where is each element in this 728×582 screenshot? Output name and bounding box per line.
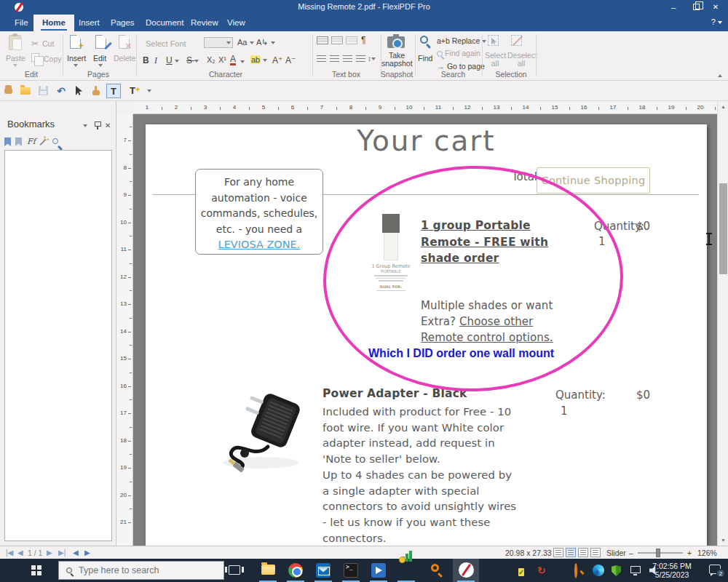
font-color-button[interactable]: A [230,55,236,65]
network-icon[interactable] [630,565,642,576]
help-button[interactable]: ? [711,17,722,26]
close-panel-button[interactable]: ✕ [105,121,111,129]
taskbar-search-app[interactable] [424,559,450,582]
taskbar-mail[interactable] [310,559,336,582]
pin-panel-button[interactable] [94,121,101,129]
vertical-scrollbar[interactable]: ▲ ▼ [717,101,728,546]
printer-icon[interactable] [555,565,567,576]
close-button[interactable]: ✕ [705,0,727,15]
rename-bookmark-button[interactable]: Ff [27,137,36,146]
textbox-fill-icon[interactable] [346,36,357,44]
grow-font-button[interactable]: A⁺ [272,55,282,65]
align-justify-icon[interactable] [356,55,365,63]
zoom-slider-track[interactable] [638,552,683,554]
zoom-slider-handle[interactable] [656,549,660,557]
textbox-frame-icon[interactable] [331,36,343,44]
scrollbar-thumb[interactable] [719,183,727,274]
taskbar-video-app[interactable] [365,559,392,582]
pilcrow-button[interactable]: ¶ [361,35,365,45]
bookmarks-list[interactable] [4,150,112,541]
leviosa-zone-link[interactable]: LEVIOSA ZONE. [218,239,301,250]
single-page-view-button[interactable] [553,548,563,557]
action-center-button[interactable]: 2 [709,565,721,574]
item1-title-link[interactable]: 1 group Portable Remote - FREE with shad… [421,218,561,267]
taskbar-file-explorer[interactable] [255,559,281,582]
continue-shopping-button[interactable]: Continue Shopping [537,167,650,194]
align-left-icon[interactable] [317,55,326,63]
scroll-up-arrow[interactable]: ▲ [718,101,728,112]
pdf-page[interactable]: Your cart Total Continue Shopping For an… [146,124,707,546]
previous-page-button[interactable]: ◀ [17,549,23,557]
tab-file[interactable]: File [6,15,37,31]
ruler-tick [628,107,628,110]
hand-tool-button[interactable] [89,84,103,98]
taskbar-clock[interactable]: 7:02:56 PM 5/25/2023 [649,562,695,579]
find-again-button[interactable]: Find again [437,49,480,57]
ruler-number: 14 [518,104,533,111]
book-view-button[interactable] [590,548,601,557]
font-name-box[interactable]: Select Font [146,39,186,48]
sticky-notes-icon[interactable]: ✓ [518,565,530,576]
sync-icon[interactable]: ↻ [537,565,549,576]
delete-bookmark-button[interactable] [15,137,22,146]
tab-home[interactable]: Home [33,15,74,31]
search-input[interactable] [79,565,202,575]
edit-text-tool-button[interactable]: T [106,84,121,98]
panel-menu-button[interactable] [83,121,87,129]
next-view-button[interactable]: ▶ [84,549,90,557]
align-right-icon[interactable] [343,55,352,63]
start-button[interactable] [22,559,51,582]
select-tool-button[interactable] [71,84,86,98]
page-indicator: 1 / 1 [28,549,42,557]
tray-magnifier-icon[interactable] [574,565,586,576]
zoom-in-button[interactable]: + [687,549,692,557]
security-shield-icon[interactable] [612,565,623,576]
previous-view-button[interactable]: ◀ [73,549,79,557]
taskbar-terminal[interactable]: >_ [338,559,364,582]
shrink-font-button[interactable]: A⁻ [285,55,296,65]
add-text-tool-button[interactable]: T✦ [125,84,140,98]
toolbar-more-button[interactable] [147,89,151,92]
note-textbox[interactable]: For any home automation - voice commands… [195,169,323,255]
taskbar-flexipdf[interactable] [453,559,479,582]
wand-icon[interactable] [39,139,46,146]
continuous-view-button[interactable] [566,548,576,557]
replace-button[interactable]: a+b Replace [437,36,486,45]
text-direction-button[interactable]: A↳ [256,38,275,47]
collapse-ribbon-button[interactable] [718,74,722,77]
new-bookmark-button[interactable] [4,137,11,146]
taskbar-search[interactable] [58,561,224,580]
save-button[interactable] [36,84,51,98]
find-bookmark-button[interactable] [52,138,58,144]
facing-view-button[interactable] [578,548,588,557]
open-file-button[interactable] [19,84,33,98]
tab-view[interactable]: View [218,15,254,31]
align-center-icon[interactable] [330,55,339,63]
change-case-button[interactable]: Aa [237,38,254,47]
textbox-fit-icon[interactable] [317,36,328,44]
minimize-button[interactable]: – [662,0,684,15]
edge-icon[interactable] [593,565,604,576]
undo-button[interactable]: ↶ [54,84,68,98]
taskbar-finance-app[interactable] [393,559,419,582]
document-viewport[interactable]: Your cart Total Continue Shopping For an… [133,114,717,546]
page-title: Your cart [146,124,707,157]
next-page-button[interactable]: ▶ [47,549,52,557]
strikethrough-button[interactable]: S [186,55,199,65]
bold-button[interactable]: B [143,55,149,65]
restore-button[interactable] [693,4,700,10]
line-spacing-button[interactable]: ↕ [368,55,376,63]
last-page-button[interactable]: ▶| [58,549,66,557]
task-view-button[interactable] [229,565,240,575]
scroll-down-arrow[interactable]: ▼ [718,535,728,546]
subscript-button[interactable]: X₂ [207,55,215,64]
pan-tool-button[interactable] [1,84,16,98]
first-page-button[interactable]: |◀ [6,549,13,557]
superscript-button[interactable]: X¹ [218,55,226,64]
taskbar-chrome[interactable] [282,559,309,582]
zoom-out-button[interactable]: – [629,549,633,557]
italic-button[interactable]: I [154,55,157,66]
font-size-combo[interactable] [204,37,233,48]
highlight-button[interactable]: ab [250,55,267,64]
underline-button[interactable]: U [166,55,179,65]
